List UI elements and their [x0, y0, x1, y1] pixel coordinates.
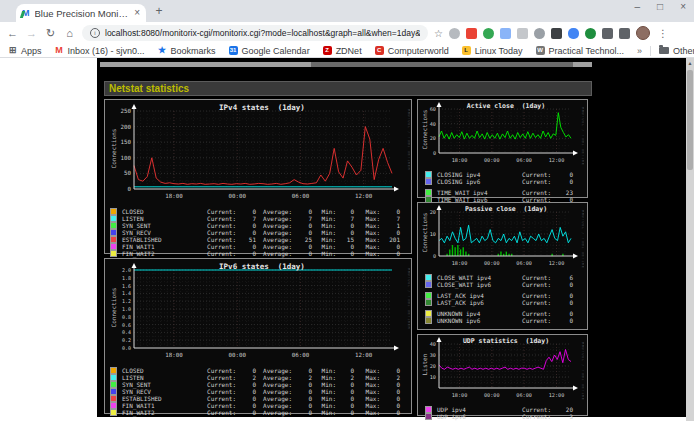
green-circle-ext-icon[interactable] [585, 28, 596, 39]
bookmarks-overflow-chevron[interactable]: » [637, 46, 642, 56]
legend-stat-value: 0 [338, 229, 354, 236]
legend-stat-label: Current: [515, 281, 551, 288]
bookmark-item[interactable]: LLinux Today [462, 46, 523, 56]
page-scrollbar[interactable]: ▲ [686, 58, 694, 421]
chart-ylabel: Listen [421, 333, 428, 397]
chart-title: Passive close (1day) [436, 205, 576, 213]
scrollbar-up-arrow[interactable]: ▲ [686, 58, 694, 68]
svg-text:18:00: 18:00 [452, 392, 468, 398]
udp-statistics-graph-panel[interactable]: UDP statistics (1day) Listen 1020304018:… [417, 334, 588, 416]
pages-ext-icon[interactable] [500, 28, 511, 39]
eye-ext-icon[interactable] [534, 28, 545, 39]
legend-group: LAST_ACK ipv4Current:0LAST_ACK ipv6Curre… [425, 292, 586, 306]
back-icon[interactable]: ← [6, 27, 19, 39]
legend-stat-label: Current: [204, 222, 236, 229]
gmail-ext-icon[interactable] [466, 28, 477, 39]
legend-series-name: SYN_RECV [122, 229, 202, 236]
svg-text:30: 30 [430, 352, 436, 358]
legend-stat-label: Min: [314, 395, 336, 402]
legend-stat-label: Min: [314, 229, 336, 236]
passive-close-graph-panel[interactable]: Passive close (1day) Connections 0102018… [417, 202, 588, 330]
minimize-button[interactable]: – [635, 1, 641, 12]
site-info-icon[interactable]: i [90, 28, 100, 38]
legend-stat-value: 23 [553, 189, 573, 196]
other-bookmarks[interactable]: Other bookmarks [659, 46, 694, 56]
profile-avatar[interactable] [636, 26, 650, 40]
bookmark-item[interactable]: WPractical Technol... [536, 46, 624, 56]
search-ext-icon[interactable] [449, 28, 460, 39]
svg-text:100: 100 [121, 155, 132, 161]
chart-ylabel: Connections [421, 98, 428, 162]
svg-text:0.4: 0.4 [122, 329, 131, 335]
legend-row: FIN_WAIT2Current:0Average:0Min:0Max:0 [110, 409, 410, 416]
svg-text:18:00: 18:00 [165, 352, 183, 358]
divider [650, 46, 651, 56]
color-swatch [425, 292, 432, 299]
legend-stat-value: 0 [294, 208, 312, 215]
svg-text:0: 0 [128, 186, 132, 192]
tab-list-ext-icon[interactable] [619, 28, 630, 39]
bookmark-item[interactable]: ZZDNet [323, 46, 362, 56]
legend-row: UDP ipv4Current:20 [425, 406, 586, 413]
browser-tab[interactable]: M Blue Precision Monitorix × [16, 4, 146, 22]
ipv6-states-graph-panel[interactable]: IPv6 states (1day) Connections 0.00.20.4… [104, 258, 412, 414]
forward-icon[interactable]: → [25, 27, 38, 39]
legend-stat-label: Min: [314, 381, 336, 388]
legend-stat-label: Current: [515, 317, 551, 324]
color-swatch [110, 402, 117, 409]
green-globe-ext-icon[interactable] [483, 28, 494, 39]
home-icon[interactable]: ⌂ [63, 27, 76, 39]
svg-text:06:00: 06:00 [516, 260, 532, 266]
svg-text:RRDTOOL / TOBI OETIKER: RRDTOOL / TOBI OETIKER [581, 210, 584, 268]
legend-stat-label: Min: [314, 243, 336, 250]
legend-stat-value: 0 [238, 222, 256, 229]
title-bar: M Blue Precision Monitorix × + – □ × [0, 0, 694, 22]
legend-stat-value: 0 [238, 367, 256, 374]
legend-stat-value: 0 [553, 292, 573, 299]
svg-text:18:00: 18:00 [452, 260, 468, 266]
legend-stat-label: Average: [258, 243, 292, 250]
ipv4-states-graph-panel[interactable]: IPv4 states (1day) Connections 050100150… [104, 99, 412, 254]
url-text: localhost:8080/monitorix-cgi/monitorix.c… [105, 28, 420, 38]
legend-stat-value: 0 [338, 243, 354, 250]
grey-card-ext-icon[interactable] [517, 28, 528, 39]
bookmark-item[interactable]: MInbox (16) - sjvn0... [55, 46, 145, 56]
url-bar[interactable]: i localhost:8080/monitorix-cgi/monitorix… [82, 25, 428, 41]
svg-text:250: 250 [121, 108, 132, 114]
color-swatch [110, 250, 117, 257]
section-header: Netstat statistics [104, 81, 592, 96]
active-close-graph-panel[interactable]: Active close (1day) Connections 02040601… [417, 99, 588, 198]
bookmark-item[interactable]: ★Bookmarks [158, 46, 216, 56]
legend-stat-label: Max: [356, 222, 380, 229]
blue-chat-ext-icon[interactable] [568, 28, 579, 39]
bookmark-star-icon[interactable]: ☆ [434, 28, 443, 39]
bookmark-item[interactable]: ⊞Apps [8, 46, 42, 56]
new-tab-button[interactable]: + [152, 5, 166, 19]
browser-menu-icon[interactable]: ⋮ [656, 28, 670, 39]
legend-row: UDP ipv6Current:3 [425, 413, 586, 420]
legend-stat-label: Average: [258, 236, 292, 243]
reload-icon[interactable]: ↻ [44, 27, 57, 40]
bookmark-item[interactable]: CComputerworld [375, 46, 449, 56]
close-button[interactable]: × [680, 1, 686, 12]
pin-ext-icon[interactable] [602, 28, 613, 39]
svg-text:06:00: 06:00 [516, 392, 532, 398]
legend-stat-value: 0 [553, 178, 573, 185]
legend-stat-label: Max: [356, 402, 380, 409]
legend-row: LISTENCurrent:2Average:2Min:2Max:2 [110, 374, 410, 381]
chart-plot: 020406018:0000:0006:0012:00RRDTOOL / TOB… [419, 101, 584, 165]
tab-close-icon[interactable]: × [134, 8, 140, 18]
legend-stat-value: 0 [382, 243, 400, 250]
legend-row: LAST_ACK ipv6Current:0 [425, 299, 586, 306]
legend-stat-value: 25 [294, 236, 312, 243]
legend-group: CLOSEDCurrent:0Average:0Min:0Max:0LISTEN… [110, 367, 410, 416]
legend-stat-label: Max: [356, 208, 380, 215]
scrollbar-thumb[interactable] [687, 70, 693, 170]
legend-stat-label: Max: [356, 381, 380, 388]
legend-row: TIME_WAIT ipv4Current:23 [425, 189, 586, 196]
maximize-button[interactable]: □ [657, 1, 663, 12]
dark-square-ext-icon[interactable] [551, 28, 562, 39]
bookmark-item[interactable]: 31Google Calendar [229, 46, 310, 56]
legend-stat-value: 0 [238, 208, 256, 215]
page-viewport: Netstat statistics IPv4 states (1day) Co… [0, 58, 694, 421]
